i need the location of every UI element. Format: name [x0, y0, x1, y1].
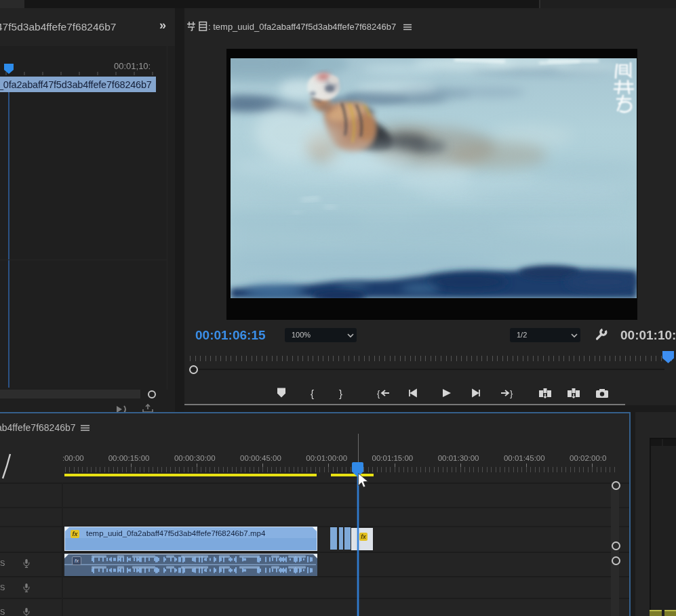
svg-text:{: {	[377, 388, 380, 398]
svg-text:}: }	[339, 388, 342, 399]
svg-text:{: {	[311, 388, 314, 399]
svg-text:}: }	[510, 388, 513, 398]
